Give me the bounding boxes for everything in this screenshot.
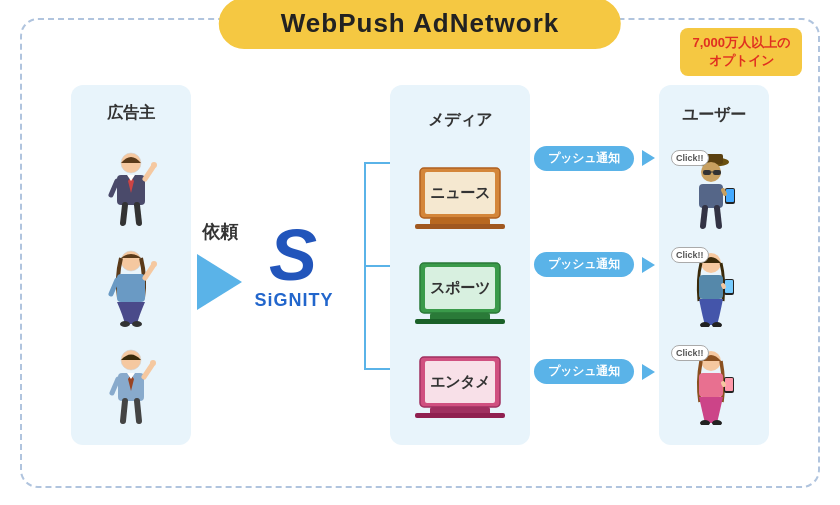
advertisers-section: 広告主 — [71, 85, 191, 445]
click-bubble-1: Click!! — [671, 150, 709, 166]
push-arrow-1 — [642, 150, 655, 166]
push-arrow-2 — [642, 257, 655, 273]
signity-section: S SiGNITY — [254, 220, 333, 311]
svg-line-22 — [112, 379, 118, 393]
advertiser-icon-1 — [101, 149, 161, 229]
media-item-sports: スポーツ — [415, 261, 505, 326]
user-1: Click!! — [681, 152, 746, 230]
push-row-2: プッシュ通知 — [534, 252, 655, 277]
svg-line-57 — [723, 285, 724, 287]
advertiser-2 — [101, 248, 161, 328]
svg-point-21 — [150, 360, 156, 366]
svg-rect-47 — [699, 184, 723, 208]
push-tag-3: プッシュ通知 — [534, 359, 634, 384]
svg-point-5 — [151, 162, 157, 168]
svg-line-64 — [723, 383, 724, 385]
diagram-title: WebPush AdNetwork — [219, 0, 621, 49]
svg-line-8 — [137, 205, 139, 223]
media-item-entame: エンタメ — [415, 355, 505, 420]
advertiser-label: 広告主 — [107, 103, 155, 124]
user-3: Click!! — [681, 347, 746, 425]
svg-point-15 — [132, 321, 142, 327]
svg-rect-35 — [415, 319, 505, 324]
advertiser-icon-2 — [101, 248, 161, 328]
news-laptop-icon: ニュース — [415, 166, 505, 231]
tree-connector — [340, 110, 390, 420]
users-section: ユーザー Click!! — [659, 85, 769, 445]
svg-rect-49 — [726, 189, 734, 202]
push-arrow-3 — [642, 364, 655, 380]
svg-line-6 — [111, 181, 117, 195]
svg-rect-30 — [415, 224, 505, 229]
signity-s-icon: S — [264, 220, 324, 290]
svg-rect-56 — [725, 280, 733, 293]
signity-logo-text: SiGNITY — [254, 290, 333, 311]
svg-point-14 — [120, 321, 130, 327]
svg-line-4 — [145, 167, 153, 179]
svg-text:ニュース: ニュース — [430, 184, 490, 201]
svg-rect-10 — [117, 274, 145, 302]
sports-laptop-icon: スポーツ — [415, 261, 505, 326]
svg-line-50 — [723, 190, 725, 194]
request-arrow-section: 依頼 — [197, 220, 242, 310]
advertiser-3 — [101, 347, 161, 427]
media-item-news: ニュース — [415, 166, 505, 231]
svg-line-52 — [717, 208, 719, 226]
user-label: ユーザー — [682, 105, 746, 126]
svg-rect-40 — [415, 413, 505, 418]
svg-rect-54 — [699, 275, 723, 299]
push-section: プッシュ通知 プッシュ通知 プッシュ通知 — [534, 110, 655, 420]
request-arrow-icon — [197, 254, 242, 310]
push-tag-2: プッシュ通知 — [534, 252, 634, 277]
advertiser-1 — [101, 149, 161, 229]
svg-line-13 — [111, 280, 117, 294]
svg-rect-44 — [703, 170, 711, 175]
svg-line-20 — [144, 365, 152, 377]
svg-line-11 — [145, 266, 153, 278]
svg-line-24 — [137, 401, 139, 421]
push-row-3: プッシュ通知 — [534, 359, 655, 384]
opt-in-line1: 7,000万人以上の — [692, 34, 790, 52]
svg-rect-45 — [713, 170, 721, 175]
svg-point-12 — [151, 261, 157, 267]
click-bubble-2: Click!! — [671, 247, 709, 263]
push-row-1: プッシュ通知 — [534, 146, 655, 171]
advertiser-icon-3 — [101, 347, 161, 427]
svg-line-23 — [123, 401, 125, 421]
user-2: Click!! — [681, 249, 746, 327]
push-tag-1: プッシュ通知 — [534, 146, 634, 171]
media-label: メディア — [428, 110, 492, 131]
svg-line-51 — [703, 208, 705, 226]
click-bubble-3: Click!! — [671, 345, 709, 361]
svg-line-7 — [123, 205, 125, 223]
entame-laptop-icon: エンタメ — [415, 355, 505, 420]
request-label: 依頼 — [202, 220, 238, 244]
svg-text:スポーツ: スポーツ — [430, 279, 490, 296]
svg-rect-63 — [725, 378, 733, 391]
main-diagram: WebPush AdNetwork 7,000万人以上の オプトイン 広告主 — [20, 18, 820, 488]
svg-rect-61 — [699, 373, 723, 397]
media-section: メディア ニュース スポーツ — [390, 85, 530, 445]
svg-text:エンタメ: エンタメ — [430, 373, 490, 390]
opt-in-badge: 7,000万人以上の オプトイン — [680, 28, 802, 76]
svg-text:S: S — [269, 220, 317, 290]
opt-in-line2: オプトイン — [692, 52, 790, 70]
